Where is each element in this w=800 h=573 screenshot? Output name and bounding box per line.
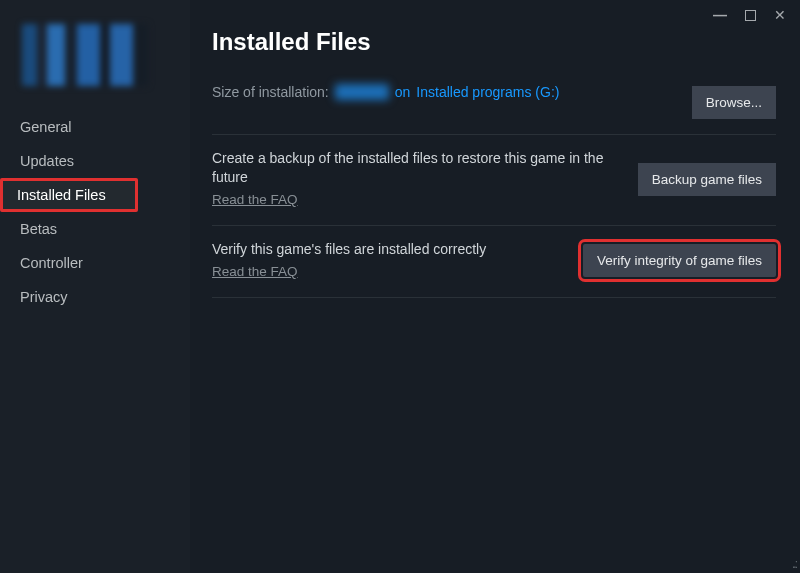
backup-row: Create a backup of the installed files t… [212, 134, 776, 225]
backup-description: Create a backup of the installed files t… [212, 149, 622, 187]
verify-row: Verify this game's files are installed c… [212, 225, 776, 298]
verify-button[interactable]: Verify integrity of game files [583, 244, 776, 277]
sidebar-item-installed-files[interactable]: Installed Files [0, 178, 138, 212]
page-title: Installed Files [212, 28, 776, 56]
backup-button[interactable]: Backup game files [638, 163, 776, 196]
minimize-button[interactable]: — [713, 7, 727, 23]
sidebar-item-controller[interactable]: Controller [0, 246, 190, 280]
install-size-value [335, 84, 389, 100]
main-panel: Installed Files Size of installation: on… [190, 0, 800, 573]
sidebar-item-privacy[interactable]: Privacy [0, 280, 190, 314]
drive-link[interactable]: Installed programs (G:) [416, 84, 559, 100]
backup-faq-link[interactable]: Read the FAQ [212, 191, 298, 209]
verify-text-block: Verify this game's files are installed c… [212, 240, 567, 281]
browse-button[interactable]: Browse... [692, 86, 776, 119]
sidebar: General Updates Installed Files Betas Co… [0, 0, 190, 573]
size-on: on [395, 84, 411, 100]
sidebar-item-updates[interactable]: Updates [0, 144, 190, 178]
close-button[interactable]: ✕ [774, 7, 786, 23]
verify-faq-link[interactable]: Read the FAQ [212, 263, 298, 281]
game-thumbnail [22, 24, 148, 86]
install-size-row: Size of installation: on Installed progr… [212, 84, 559, 100]
verify-description: Verify this game's files are installed c… [212, 240, 567, 259]
backup-text-block: Create a backup of the installed files t… [212, 149, 622, 209]
sidebar-item-general[interactable]: General [0, 110, 190, 144]
maximize-button[interactable] [745, 10, 756, 21]
size-label: Size of installation: [212, 84, 329, 100]
window-controls: — ✕ [699, 0, 800, 30]
sidebar-item-betas[interactable]: Betas [0, 212, 190, 246]
resize-grip-icon[interactable]: ..: [792, 557, 796, 571]
